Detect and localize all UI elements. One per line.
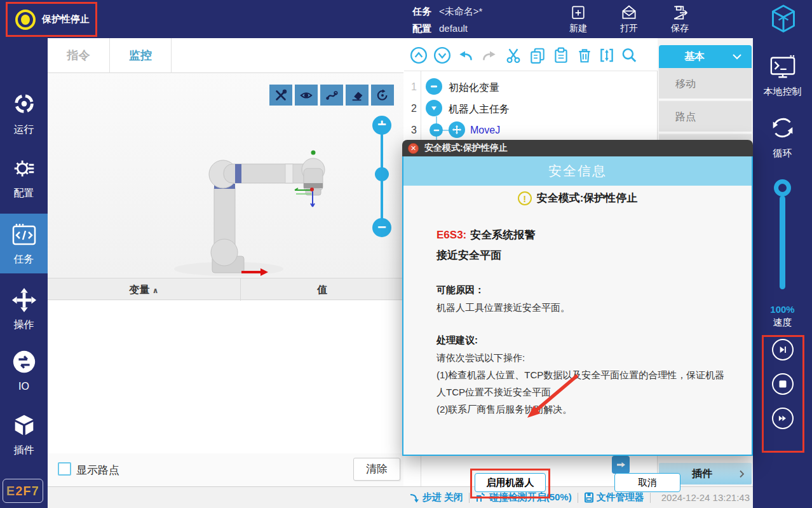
speed-slider-knob[interactable] <box>774 179 791 196</box>
move-down-button[interactable] <box>433 46 451 64</box>
task-row: 任务 <未命名>* <box>412 6 482 18</box>
sidebar-item-io-label: IO <box>0 381 48 392</box>
sort-asc-icon: ∧ <box>152 286 159 295</box>
cancel-button[interactable]: 取消 <box>614 473 680 492</box>
undo-button[interactable] <box>457 46 475 64</box>
config-row: 配置 default <box>412 23 468 35</box>
sidebar-item-plugin-label: 插件 <box>0 444 48 457</box>
paste-icon <box>552 46 570 64</box>
command-item-waypoint[interactable]: 路点 <box>659 101 752 133</box>
file-manager-icon <box>584 492 594 503</box>
save-task-label: 保存 <box>661 23 699 34</box>
undo-icon <box>457 46 475 64</box>
loop-button[interactable]: 循环 <box>753 113 812 160</box>
main-footer: 显示路点 清除 <box>48 453 403 486</box>
command-item-move[interactable]: 移动 <box>659 68 752 100</box>
trash-icon <box>576 46 593 64</box>
viewport-path-button[interactable] <box>320 85 343 106</box>
redo-button[interactable] <box>480 46 498 64</box>
safety-status-indicator[interactable]: 保护性停止 <box>6 2 97 37</box>
zoom-out-button[interactable]: − <box>372 218 391 237</box>
clear-button[interactable]: 清除 <box>353 458 400 481</box>
main-panel: 指令 监控 <box>48 38 403 486</box>
tab-monitor[interactable]: 监控 <box>110 38 172 73</box>
step-mode-toggle[interactable]: 步进 关闭 <box>409 491 463 504</box>
sidebar-item-io[interactable]: IO <box>0 345 48 395</box>
chevron-down-icon <box>732 53 742 60</box>
column-header-variable[interactable]: 变量 ∧ <box>48 278 240 301</box>
statusbar-divider <box>469 493 470 503</box>
program-row-label: 机器人主任务 <box>449 103 510 116</box>
plugin-category-label: 插件 <box>692 468 712 479</box>
speed-slider-track[interactable] <box>780 196 785 289</box>
viewport-tools-button[interactable] <box>269 85 292 106</box>
save-task-button[interactable]: 保存 <box>661 4 699 34</box>
paste-button[interactable] <box>552 46 570 64</box>
move-up-button[interactable] <box>410 46 428 64</box>
sidebar-item-task[interactable]: 任务 <box>0 214 48 273</box>
copy-icon <box>529 46 546 64</box>
run-arrow-button[interactable] <box>612 456 630 474</box>
program-row-movej[interactable]: 3 MoveJ <box>404 120 658 142</box>
viewport-rotate-button[interactable] <box>371 85 394 106</box>
tools-icon <box>274 88 288 102</box>
dialog-alert-text: 安全模式:保护性停止 <box>537 191 638 205</box>
eraser-icon <box>350 88 364 102</box>
cut-button[interactable] <box>504 46 522 64</box>
sidebar-item-config-label: 配置 <box>0 187 48 200</box>
file-manager-button[interactable]: 文件管理器 <box>584 491 644 504</box>
variable-table-header: 变量 ∧ 值 <box>48 278 403 300</box>
safety-dialog: ✕ 安全模式:保护性停止 安全信息 ! 安全模式:保护性停止 E6S3:安全系统… <box>402 140 753 456</box>
loop-label: 循环 <box>753 148 812 160</box>
local-control-button[interactable]: 本地控制 <box>753 54 812 98</box>
sidebar-item-plugin[interactable]: 插件 <box>0 408 48 458</box>
category-dropdown-label: 基本 <box>684 51 705 62</box>
error-code: E6S3: <box>436 229 466 241</box>
show-waypoints-checkbox[interactable] <box>58 462 71 476</box>
category-dropdown[interactable]: 基本 <box>659 45 752 68</box>
search-button[interactable] <box>620 46 638 64</box>
program-toolbar <box>404 38 658 71</box>
open-task-button[interactable]: 打开 <box>610 4 648 34</box>
cube-icon <box>11 412 37 439</box>
config-value: default <box>439 23 468 35</box>
robot-3d-viewport[interactable]: + − <box>48 73 403 278</box>
new-task-label: 新建 <box>559 23 597 34</box>
move-arrows-icon <box>11 287 37 313</box>
error-title-line: E6S3:安全系统报警 <box>436 225 731 245</box>
zoom-slider-knob[interactable] <box>375 167 389 181</box>
enable-robot-button[interactable]: 启用机器人 <box>475 473 546 492</box>
viewport-visibility-button[interactable] <box>295 85 318 106</box>
collision-detection-label: 碰撞检测开启(50%) <box>489 491 572 504</box>
top-bar: 保护性停止 任务 <未命名>* 配置 default 新建 打开 <box>0 0 812 38</box>
dialog-title-bar[interactable]: ✕ 安全模式:保护性停止 <box>402 140 753 156</box>
search-icon <box>620 46 638 64</box>
open-icon <box>620 4 638 22</box>
program-row-init-vars[interactable]: 1 初始化变量 <box>404 77 658 99</box>
collision-detection-toggle[interactable]: 碰撞检测开启(50%) <box>475 491 572 504</box>
save-icon <box>671 4 689 22</box>
insert-button[interactable] <box>598 46 616 64</box>
tab-command[interactable]: 指令 <box>48 38 110 73</box>
close-icon[interactable]: ✕ <box>408 143 419 154</box>
column-header-value[interactable]: 值 <box>240 278 403 301</box>
system-datetime: 2024-12-24 13:21:43 <box>661 492 750 503</box>
sidebar-item-operate[interactable]: 操作 <box>0 283 48 333</box>
sidebar-item-config[interactable]: 配置 <box>0 151 48 201</box>
collapse-minus-icon[interactable] <box>426 78 442 95</box>
terminal-icon <box>768 54 797 81</box>
delete-button[interactable] <box>576 46 593 64</box>
program-row-main-task[interactable]: 2 机器人主任务 <box>404 99 658 120</box>
collision-icon <box>475 492 487 503</box>
dialog-body: ! 安全模式:保护性停止 E6S3:安全系统报警 接近安全平面 可能原因： 机器… <box>402 186 753 456</box>
copy-button[interactable] <box>529 46 546 64</box>
annotation-box-playback <box>762 335 804 453</box>
new-task-button[interactable]: 新建 <box>559 4 597 34</box>
viewport-eraser-button[interactable] <box>346 85 369 106</box>
warning-icon: ! <box>518 191 532 205</box>
expand-down-icon[interactable] <box>426 100 442 116</box>
movej-node-icon[interactable] <box>449 121 465 138</box>
open-task-label: 打开 <box>610 23 648 34</box>
sidebar-item-run[interactable]: 运行 <box>0 88 48 137</box>
collapse-minus-icon[interactable] <box>430 123 443 137</box>
